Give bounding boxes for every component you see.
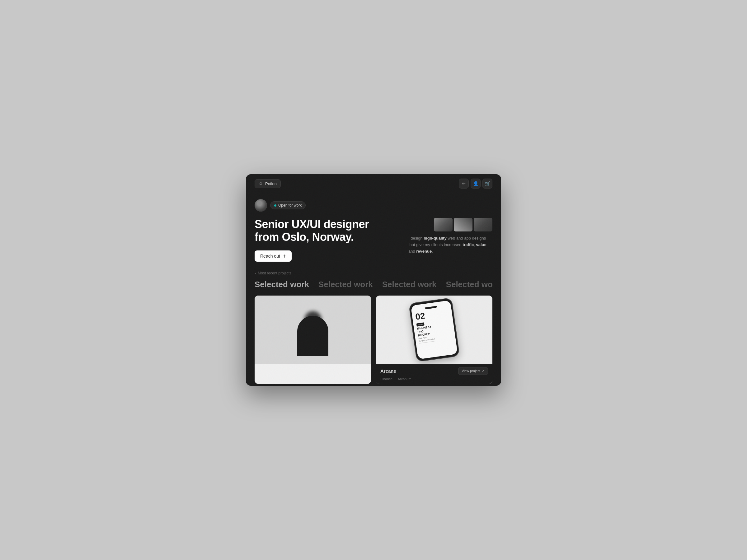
portrait-figure — [255, 296, 371, 364]
card-image-portrait — [255, 296, 371, 364]
phone-badge: All New — [416, 322, 424, 326]
hero-title: Senior UX/UI designer from Oslo, Norway. — [255, 218, 396, 244]
svg-point-0 — [260, 184, 260, 185]
arrow-icon: ↗ — [281, 253, 287, 259]
cards-grid: 02 All New IPHONE 14PROMOCKUP Free PSD D… — [255, 296, 492, 384]
work-tabs: Selected work Selected work Selected wor… — [255, 280, 492, 289]
card-footer-arcane: Arcane View project ↗ Finance Arcanum — [376, 364, 492, 384]
projects-label-text: Most recent projects — [258, 271, 291, 275]
work-tab-4[interactable]: Selected work — [446, 280, 492, 289]
hero-content: Senior UX/UI designer from Oslo, Norway.… — [255, 218, 492, 262]
card-subtitle-part1: Finance — [380, 377, 392, 381]
reach-out-button[interactable]: Reach out ↗ — [255, 250, 292, 262]
nav-actions: ✏ 👤 🛒 — [459, 179, 492, 189]
view-project-button[interactable]: View project ↗ — [458, 367, 488, 375]
reach-out-label: Reach out — [260, 254, 280, 259]
phone-screen: 02 All New IPHONE 14PROMOCKUP Free PSD D… — [411, 300, 458, 359]
phone-mockup: 02 All New IPHONE 14PROMOCKUP Free PSD D… — [408, 297, 460, 362]
card-subtitle-divider — [395, 376, 395, 380]
phone-notch — [425, 306, 437, 310]
project-card-portrait — [255, 296, 371, 384]
thumbnail-1 — [434, 218, 453, 232]
projects-section: Most recent projects Selected work Selec… — [246, 271, 501, 384]
work-tab-3[interactable]: Selected work — [382, 280, 437, 289]
view-project-label: View project — [462, 369, 480, 373]
projects-label: Most recent projects — [255, 271, 492, 275]
person-body — [297, 316, 328, 356]
phone-number: 02 — [415, 308, 449, 321]
hero-top-bar: Open for work — [255, 199, 492, 212]
logo-text: Potion — [265, 181, 277, 186]
status-dot — [274, 205, 276, 207]
person-silhouette — [294, 302, 332, 364]
project-card-arcane: 02 All New IPHONE 14PROMOCKUP Free PSD D… — [376, 296, 492, 384]
work-tab-1[interactable]: Selected work — [255, 280, 309, 289]
edit-button[interactable]: ✏ — [459, 179, 469, 189]
profile-button[interactable]: 👤 — [471, 179, 481, 189]
hero-title-line2: from Oslo, Norway. — [255, 231, 354, 243]
badge-label: Open for work — [278, 203, 302, 208]
hero-title-line1: Senior UX/UI designer — [255, 218, 369, 231]
card-subtitle-part2: Arcanum — [398, 377, 411, 381]
view-project-arrow: ↗ — [482, 369, 485, 373]
work-tab-2[interactable]: Selected work — [318, 280, 373, 289]
hero-left: Senior UX/UI designer from Oslo, Norway.… — [255, 218, 396, 262]
card-image-phone: 02 All New IPHONE 14PROMOCKUP Free PSD D… — [376, 296, 492, 364]
hero-description: I design high-quality web and app design… — [408, 235, 492, 255]
thumbnail-2 — [454, 218, 472, 232]
hero-right: I design high-quality web and app design… — [408, 218, 492, 255]
hero-section: Open for work Senior UX/UI designer from… — [246, 193, 501, 271]
thumbnail-3 — [474, 218, 492, 232]
open-for-work-badge: Open for work — [270, 201, 306, 209]
cart-button[interactable]: 🛒 — [483, 179, 492, 189]
card-footer-row: Arcane View project ↗ — [380, 367, 488, 375]
app-window: Potion ✏ 👤 🛒 Open for work Senior UX/UI … — [246, 174, 501, 386]
card-title: Arcane — [380, 368, 396, 374]
navigation: Potion ✏ 👤 🛒 — [246, 174, 501, 193]
card-subtitle: Finance Arcanum — [380, 376, 488, 381]
avatar — [255, 199, 267, 212]
logo-button[interactable]: Potion — [255, 179, 281, 188]
hero-thumbnails — [408, 218, 492, 232]
potion-icon — [259, 181, 263, 186]
